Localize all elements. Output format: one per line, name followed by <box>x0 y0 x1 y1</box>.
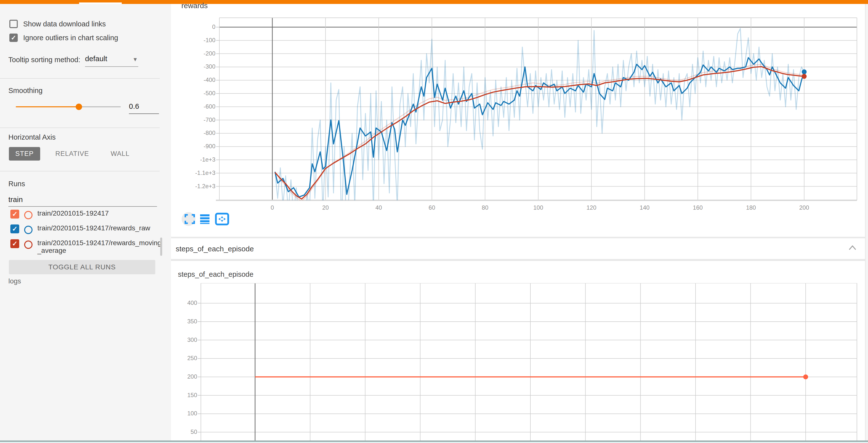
tick-label: 60 <box>417 204 446 211</box>
tick-label: 0 <box>257 204 287 211</box>
tick-label: 0 <box>181 24 215 30</box>
tick-label: 20 <box>311 204 340 211</box>
tick-label: -200 <box>181 50 215 57</box>
series-line <box>275 58 804 197</box>
page-scrollbar-track[interactable] <box>865 4 868 443</box>
tick-label: 200 <box>789 204 819 211</box>
run-filter-value: train <box>8 195 23 204</box>
tick-label: 50 <box>163 429 197 435</box>
run-radio[interactable] <box>24 226 33 234</box>
sidebar-divider <box>0 127 160 128</box>
run-label: train/20201015-192417 <box>37 210 163 217</box>
settings-sidebar: Show data download links ✓ Ignore outlie… <box>0 4 171 443</box>
tick-label: 140 <box>630 204 659 211</box>
bottom-edge-highlight <box>0 442 868 443</box>
runs-list: ✓train/20201015-192417✓train/20201015-19… <box>10 210 163 260</box>
tick-label: 40 <box>364 204 394 211</box>
horizontal-axis-label: Horizontal Axis <box>8 133 56 141</box>
series-end-dot <box>802 69 807 74</box>
rewards-chart-canvas[interactable] <box>216 15 863 212</box>
chart-toolbar <box>180 210 234 228</box>
tick-label: -400 <box>181 77 215 83</box>
dropdown-caret-icon: ▾ <box>133 56 137 63</box>
run-row[interactable]: ✓train/20201015-192417 <box>10 210 163 219</box>
tick-label: -100 <box>181 37 215 43</box>
logs-label: logs <box>8 277 21 285</box>
tick-label: 300 <box>163 336 197 343</box>
sidebar-divider <box>0 78 160 79</box>
section-header[interactable]: steps_of_each_episode <box>171 238 868 259</box>
tensorboard-app: Show data download links ✓ Ignore outlie… <box>0 0 868 443</box>
runs-selector-icon[interactable] <box>200 214 210 224</box>
horizontal-axis-group: STEPRELATIVEWALL <box>9 147 136 160</box>
tick-label: -800 <box>181 129 215 137</box>
tick-label: -1e+3 <box>181 156 215 163</box>
axis-option-step[interactable]: STEP <box>9 147 40 160</box>
tick-label: 100 <box>163 410 197 417</box>
axis-option-wall[interactable]: WALL <box>104 147 136 160</box>
smoothing-value-field[interactable]: 0.6 <box>129 102 159 114</box>
collapse-section-icon[interactable] <box>848 245 857 250</box>
run-checkbox[interactable]: ✓ <box>10 225 19 233</box>
tick-label: -1.1e+3 <box>181 170 215 176</box>
ignore-outliers-row[interactable]: ✓ Ignore outliers in chart scaling <box>9 34 118 42</box>
tick-label: -1.2e+3 <box>181 183 215 190</box>
ignore-outliers-checkbox[interactable]: ✓ <box>9 34 18 42</box>
steps-chart-canvas[interactable] <box>197 283 863 443</box>
run-radio[interactable] <box>24 211 33 219</box>
show-download-links-checkbox[interactable] <box>9 20 18 28</box>
run-label: train/20201015-192417/rewards_moving_ave… <box>37 239 163 255</box>
header-bar <box>0 0 868 4</box>
run-checkbox[interactable]: ✓ <box>10 210 19 218</box>
series-line <box>275 28 804 212</box>
ignore-outliers-label: Ignore outliers in chart scaling <box>23 34 118 42</box>
smoothing-label: Smoothing <box>8 87 43 95</box>
run-row[interactable]: ✓train/20201015-192417/rewards_raw <box>10 225 163 234</box>
tick-label: 180 <box>736 204 766 211</box>
tick-label: 350 <box>163 318 197 325</box>
tooltip-sort-label: Tooltip sorting method: <box>8 56 80 64</box>
fit-domain-icon[interactable] <box>216 214 228 225</box>
tooltip-sort-dropdown[interactable]: default ▾ <box>85 55 138 67</box>
toggle-all-runs-button[interactable]: TOGGLE ALL RUNS <box>9 260 155 274</box>
tick-label: -300 <box>181 63 215 70</box>
series-line <box>275 65 804 201</box>
sidebar-divider <box>0 171 160 171</box>
sidebar-scrollbar-thumb[interactable] <box>160 238 162 256</box>
tick-label: 250 <box>163 355 197 362</box>
tick-label: 160 <box>683 204 712 211</box>
runs-label: Runs <box>8 180 25 188</box>
tick-label: -700 <box>181 116 215 123</box>
run-label: train/20201015-192417/rewards_raw <box>37 225 163 232</box>
run-filter-field[interactable]: train <box>8 195 157 207</box>
smoothing-slider-knob[interactable] <box>76 104 82 110</box>
show-download-links-label: Show data download links <box>23 20 106 28</box>
tick-label: -600 <box>181 103 215 110</box>
tick-label: -500 <box>181 90 215 97</box>
steps-chart-title: steps_of_each_episode <box>178 270 253 278</box>
series-end-dot <box>802 74 807 79</box>
tick-label: 150 <box>163 392 197 398</box>
tick-label: 400 <box>163 299 197 306</box>
expand-chart-icon[interactable] <box>182 212 195 226</box>
tick-label: 100 <box>523 204 553 211</box>
series-end-dot <box>803 375 808 379</box>
tick-label: 80 <box>470 204 500 211</box>
show-download-links-row[interactable]: Show data download links <box>9 20 106 28</box>
run-checkbox[interactable]: ✓ <box>10 239 19 248</box>
tick-label: -900 <box>181 143 215 150</box>
tooltip-sort-value: default <box>85 55 107 63</box>
smoothing-slider[interactable] <box>16 106 121 107</box>
run-radio[interactable] <box>24 240 33 249</box>
section-header-title: steps_of_each_episode <box>176 245 254 253</box>
rewards-chart-title: rewards <box>181 1 208 10</box>
tick-label: 120 <box>577 204 606 211</box>
axis-option-relative[interactable]: RELATIVE <box>49 147 96 160</box>
smoothing-slider-fill <box>16 106 79 107</box>
run-row[interactable]: ✓train/20201015-192417/rewards_moving_av… <box>10 239 163 255</box>
smoothing-value: 0.6 <box>129 102 139 110</box>
series-line <box>275 67 804 199</box>
tick-label: 200 <box>163 373 197 380</box>
